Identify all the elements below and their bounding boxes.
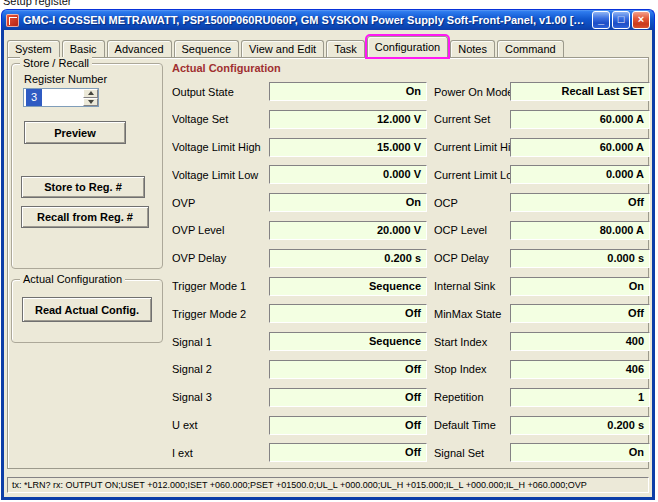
tab[interactable]: Command xyxy=(497,40,564,57)
field-row: Voltage Set 12.000 V xyxy=(172,110,427,129)
field-label: Voltage Limit High xyxy=(172,141,269,153)
field-value: 1 xyxy=(510,388,650,407)
field-value: Off xyxy=(269,443,427,462)
field-label: Voltage Set xyxy=(172,113,269,125)
window-title: GMC-I GOSSEN METRAWATT, PSP1500P060RU060… xyxy=(23,14,588,26)
minimize-button[interactable]: _ xyxy=(592,11,610,29)
tab[interactable]: Task xyxy=(326,40,365,57)
field-value: 80.000 A xyxy=(510,221,650,240)
field-value: On xyxy=(269,193,427,212)
field-value: Off xyxy=(269,388,427,407)
field-row: Voltage Limit High 15.000 V xyxy=(172,138,427,157)
field-value: 0.000 s xyxy=(510,249,650,268)
maximize-button[interactable]: □ xyxy=(612,11,630,29)
field-row: I ext Off xyxy=(172,443,427,462)
field-row: U ext Off xyxy=(172,416,427,435)
tab[interactable]: View and Edit xyxy=(241,40,324,57)
register-number-label: Register Number xyxy=(24,73,107,85)
field-row: Current Limit Low 0.000 A xyxy=(434,165,650,184)
field-value: 0.200 s xyxy=(269,249,427,268)
tab-label: System xyxy=(15,43,52,55)
field-label: Power On Mode xyxy=(434,86,510,98)
field-value: 60.000 A xyxy=(510,110,650,129)
field-row: OCP Level 80.000 A xyxy=(434,221,650,240)
field-row: Signal 3 Off xyxy=(172,388,427,407)
field-value: 400 xyxy=(510,332,650,351)
field-label: Current Limit High xyxy=(434,141,510,153)
status-bar: tx: *LRN? rx: OUTPUT ON;USET +012.000;IS… xyxy=(7,477,649,493)
app-icon[interactable] xyxy=(6,14,19,27)
field-label: Internal Sink xyxy=(434,280,510,292)
field-label: Trigger Mode 1 xyxy=(172,280,269,292)
field-label: Signal 1 xyxy=(172,336,269,348)
chevron-up-icon xyxy=(88,91,94,95)
field-row: OCP Off xyxy=(434,193,650,212)
field-label: Stop Index xyxy=(434,363,510,375)
field-row: Trigger Mode 2 Off xyxy=(172,304,427,323)
close-button[interactable]: × xyxy=(632,11,650,29)
field-value: 0.000 V xyxy=(269,165,427,184)
spinner-up-button[interactable] xyxy=(83,89,98,98)
store-recall-group-label: Store / Recall xyxy=(20,57,92,69)
preview-button[interactable]: Preview xyxy=(24,121,126,144)
field-label: MinMax State xyxy=(434,308,510,320)
field-value: Off xyxy=(510,304,650,323)
field-value: Off xyxy=(269,304,427,323)
actual-configuration-group: Actual Configuration Read Actual Config. xyxy=(11,279,163,343)
register-number-selected-text: 3 xyxy=(26,89,42,106)
field-row: Signal 2 Off xyxy=(172,360,427,379)
store-to-register-button[interactable]: Store to Reg. # xyxy=(21,176,145,198)
field-row: Repetition 1 xyxy=(434,388,650,407)
field-row: Start Index 400 xyxy=(434,332,650,351)
field-label: OCP Level xyxy=(434,224,510,236)
tab-label: Configuration xyxy=(375,41,440,53)
field-value: 60.000 A xyxy=(510,138,650,157)
chevron-down-icon xyxy=(88,100,94,104)
app-window: GMC-I GOSSEN METRAWATT, PSP1500P060RU060… xyxy=(1,9,655,500)
register-number-spin-buttons xyxy=(83,89,98,106)
field-row: OVP Level 20.000 V xyxy=(172,221,427,240)
field-value: 0.200 s xyxy=(510,416,650,435)
tab[interactable]: Basic xyxy=(62,40,105,57)
field-row: Current Limit High 60.000 A xyxy=(434,138,650,157)
field-label: I ext xyxy=(172,447,269,459)
field-row: OVP Delay 0.200 s xyxy=(172,249,427,268)
field-value: Off xyxy=(269,416,427,435)
field-value: On xyxy=(269,82,427,101)
field-value: 406 xyxy=(510,360,650,379)
tab[interactable]: Configuration xyxy=(367,36,448,57)
field-value: Sequence xyxy=(269,277,427,296)
field-label: Signal 2 xyxy=(172,363,269,375)
field-value: Recall Last SET xyxy=(510,82,650,101)
field-label: OCP xyxy=(434,197,510,209)
field-row: OCP Delay 0.000 s xyxy=(434,249,650,268)
field-row: Output State On xyxy=(172,82,427,101)
register-number-value[interactable]: 3 xyxy=(24,89,83,106)
field-value: Off xyxy=(510,193,650,212)
field-value: On xyxy=(510,277,650,296)
window-controls: _ □ × xyxy=(592,11,650,29)
spinner-down-button[interactable] xyxy=(83,98,98,107)
recall-from-register-button[interactable]: Recall from Reg. # xyxy=(21,206,149,228)
field-label: Trigger Mode 2 xyxy=(172,308,269,320)
read-actual-config-button[interactable]: Read Actual Config. xyxy=(22,297,152,322)
actual-configuration-header: Actual Configuration xyxy=(172,62,281,74)
tab[interactable]: Notes xyxy=(450,40,495,57)
field-label: U ext xyxy=(172,419,269,431)
tab[interactable]: Sequence xyxy=(174,40,240,57)
tab[interactable]: System xyxy=(7,40,60,57)
window-client-area: System Basic Advanced Sequence View and … xyxy=(1,30,655,500)
field-label: Current Set xyxy=(434,113,510,125)
field-label: Signal Set xyxy=(434,447,510,459)
field-row: Trigger Mode 1 Sequence xyxy=(172,277,427,296)
field-row: Internal Sink On xyxy=(434,277,650,296)
tab-label: Advanced xyxy=(115,43,164,55)
tab-strip: System Basic Advanced Sequence View and … xyxy=(7,36,566,57)
field-row: OVP On xyxy=(172,193,427,212)
field-value: 20.000 V xyxy=(269,221,427,240)
title-bar[interactable]: GMC-I GOSSEN METRAWATT, PSP1500P060RU060… xyxy=(1,9,655,30)
register-number-stepper[interactable]: 3 xyxy=(23,88,99,107)
configuration-tab-panel: Store / Recall Register Number 3 Preview… xyxy=(7,57,649,469)
field-label: Default Time xyxy=(434,419,510,431)
tab[interactable]: Advanced xyxy=(107,40,172,57)
